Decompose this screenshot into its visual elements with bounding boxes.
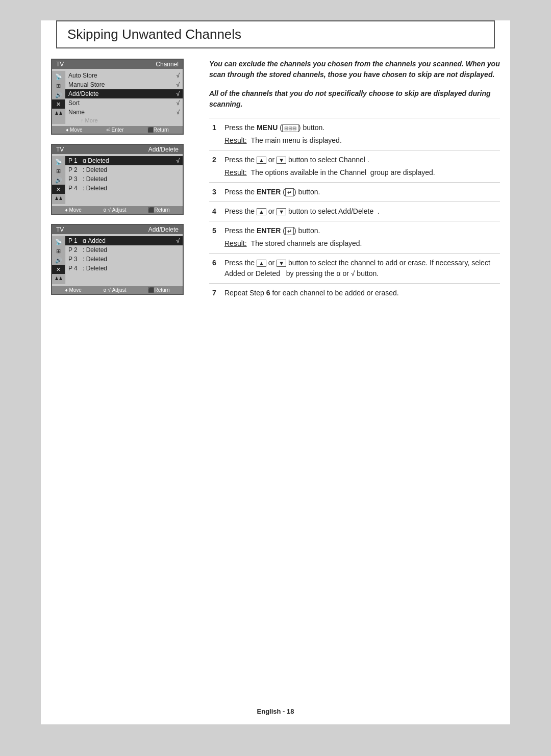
step-row-4: 4 Press the ▲ or ▼ button to select Add/… [209,202,500,221]
menu2-item-3: P 4 : Deleted [65,184,183,193]
tv-menu-adddelete-1: TV Add/Delete 📡 ⊞ 🔊 ✕ ♟♟ [51,144,184,215]
step-num-2: 2 [209,150,221,183]
menu1-header-right: Channel [156,61,179,68]
step-content-2: Press the ▲ or ▼ button to select Channe… [221,150,500,183]
menu3-header-right: Add/Delete [148,226,179,233]
step-content-3: Press the ENTER (↵) button. [221,183,500,202]
menu3-body: 📡 ⊞ 🔊 ✕ ♟♟ P 1 α Added √ [52,234,183,286]
menu3-header-left: TV [56,226,64,233]
menu3-footer-return: ⬛Return [148,287,169,293]
step-content-7: Repeat Step 6 for each channel to be add… [221,284,500,303]
menu3-item-2: P 3 : Deleted [65,255,183,264]
menu2-header-right: Add/Delete [148,146,179,153]
menu1-more: ↑ More [65,117,183,124]
step-row-1: 1 Press the MENU (⊟⊟⊟) button. Result: T… [209,118,500,150]
menu3-footer: ♦ Move α √ Adjust ⬛Return [52,286,183,294]
step-content-4: Press the ▲ or ▼ button to select Add/De… [221,202,500,221]
menu2-item-0: P 1 α Deleted √ [65,156,183,165]
menu3-header: TV Add/Delete [52,225,183,234]
step-row-2: 2 Press the ▲ or ▼ button to select Chan… [209,150,500,183]
menu2-item-1: P 2 : Deleted [65,165,183,174]
menu1-header: TV Channel [52,60,183,69]
step-row-7: 7 Repeat Step 6 for each channel to be a… [209,284,500,303]
intro-paragraph2: All of the channels that you do not spec… [209,88,500,110]
footer-text: English - 18 [257,708,294,715]
menu1-footer: ♦ Move ⏎ Enter ⬛Return [52,126,183,134]
title-bar: Skipping Unwanted Channels [56,20,495,48]
step-num-7: 7 [209,284,221,303]
menu2-item-2: P 3 : Deleted [65,174,183,184]
menu1-header-left: TV [56,61,64,68]
step-num-3: 3 [209,183,221,202]
menu2-footer-move: ♦ Move [65,207,82,213]
step1-result: Result: The main menu is displayed. [224,135,497,146]
menu2-header-left: TV [56,146,64,153]
menu1-footer-return: ⬛Return [147,127,169,133]
menu1-item-4: Name √ [65,108,183,117]
step-num-1: 1 [209,118,221,150]
left-panel: TV Channel 📡 ⊞ 🔊 ✕ ♟♟ [51,59,204,304]
step2-result: Result: The options available in the Cha… [224,167,497,178]
tv-menu-adddelete-2: TV Add/Delete 📡 ⊞ 🔊 ✕ ♟♟ [51,224,184,295]
menu2-footer: ♦ Move α √ Adjust ⬛Return [52,206,183,214]
menu3-footer-move: ♦ Move [65,287,82,293]
step-content-6: Press the ▲ or ▼ button to select the ch… [221,254,500,284]
step-num-5: 5 [209,221,221,254]
menu1-item-3: Sort √ [65,98,183,108]
menu3-item-3: P 4 : Deleted [65,264,183,273]
step5-result: Result: The stored channels are displaye… [224,238,497,249]
menu1-footer-move: ♦ Move [66,127,82,133]
menu2-footer-adjust: α √ Adjust [104,207,127,213]
step-num-4: 4 [209,202,221,221]
menu2-footer-return: ⬛Return [148,207,169,213]
step-content-5: Press the ENTER (↵) button. Result: The … [221,221,500,254]
menu1-item-0: Auto Store √ [65,71,183,80]
menu1-item-2: Add/Delete √ [65,89,183,98]
tv-menu-channel: TV Channel 📡 ⊞ 🔊 ✕ ♟♟ [51,59,184,135]
step-content-1: Press the MENU (⊟⊟⊟) button. Result: The… [221,118,500,150]
menu2-body: 📡 ⊞ 🔊 ✕ ♟♟ P 1 α Deleted √ [52,154,183,206]
right-panel: You can exclude the channels you chosen … [204,59,500,304]
step-row-6: 6 Press the ▲ or ▼ button to select the … [209,254,500,284]
page: Skipping Unwanted Channels TV Channel 📡 … [41,20,510,724]
menu3-item-1: P 2 : Deleted [65,245,183,255]
page-title: Skipping Unwanted Channels [67,27,484,42]
step-row-3: 3 Press the ENTER (↵) button. [209,183,500,202]
steps-table: 1 Press the MENU (⊟⊟⊟) button. Result: T… [209,118,500,303]
menu3-footer-adjust: α √ Adjust [104,287,127,293]
menu1-body: 📡 ⊞ 🔊 ✕ ♟♟ Auto Store √ [52,69,183,126]
content-area: TV Channel 📡 ⊞ 🔊 ✕ ♟♟ [41,59,510,304]
menu3-item-0: P 1 α Added √ [65,236,183,245]
step-num-6: 6 [209,254,221,284]
menu1-item-1: Manual Store √ [65,80,183,89]
menu1-footer-enter: ⏎ Enter [106,127,124,133]
menu2-header: TV Add/Delete [52,145,183,154]
step-row-5: 5 Press the ENTER (↵) button. Result: Th… [209,221,500,254]
intro-paragraph1: You can exclude the channels you chosen … [209,59,500,80]
footer-bar: English - 18 [41,703,510,719]
